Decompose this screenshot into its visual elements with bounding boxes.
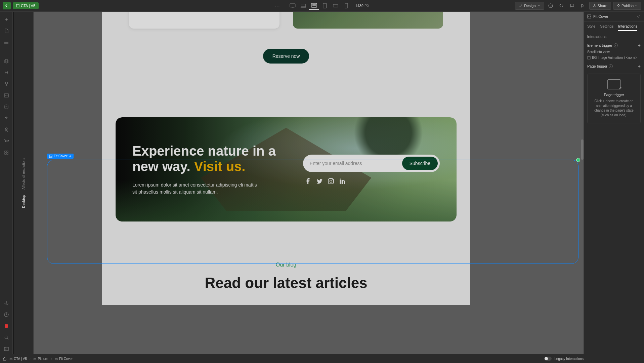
top-bar: CTA | V5 ⋯ 1439 PX Design Share Pu (0, 0, 644, 12)
canvas-scrollbar[interactable] (581, 139, 584, 160)
ecommerce-button[interactable] (1, 136, 11, 146)
cta-heading[interactable]: Experience nature in a new way. Visit us… (132, 143, 283, 174)
selection-tag[interactable]: Fit Cover (47, 154, 74, 159)
svg-rect-16 (7, 151, 8, 152)
email-input[interactable] (305, 157, 402, 169)
svg-rect-32 (588, 56, 590, 59)
linkedin-icon[interactable] (339, 178, 345, 184)
gear-small-icon[interactable] (69, 155, 72, 158)
more-breakpoints-button[interactable]: ⋯ (274, 3, 280, 9)
bottom-bar: ▭CTA | V5 › ▭Picture › ▭Fit Cover Legacy… (0, 354, 644, 363)
add-element-button[interactable] (1, 14, 11, 25)
section-reserve[interactable]: Reserve now (102, 12, 470, 104)
breakpoint-desktop[interactable] (287, 1, 297, 10)
svg-point-8 (594, 4, 595, 6)
animation-entry[interactable]: BG Image Animation / <none> (584, 56, 644, 62)
blog-eyebrow[interactable]: Our blog (116, 262, 457, 268)
scroll-trigger-label[interactable]: Scroll into view (584, 50, 644, 56)
svg-rect-6 (345, 3, 347, 8)
blog-heading[interactable]: Read our latest articles (116, 275, 457, 291)
canvas[interactable]: Reserve now Experience nature in a new w… (34, 12, 584, 354)
page-trigger-row: Page trigger i + (584, 62, 644, 71)
video-button[interactable] (1, 321, 11, 331)
preview-button[interactable] (578, 2, 587, 10)
tab-interactions[interactable]: Interactions (618, 24, 637, 31)
breakpoint-tablet[interactable] (319, 1, 330, 10)
reserve-label: Reserve now (272, 53, 300, 59)
breakpoint-mobile[interactable] (341, 1, 351, 10)
twitter-icon[interactable] (316, 178, 323, 184)
crumb-section[interactable]: ▭CTA | V5 (8, 356, 28, 361)
components-button[interactable] (1, 56, 11, 66)
help-button[interactable] (1, 310, 11, 320)
breakpoint-mobile-landscape[interactable] (330, 1, 340, 10)
right-panel: Fit Cover Style Settings Interactions In… (584, 12, 644, 354)
share-label: Share (598, 4, 607, 8)
viewport-width[interactable]: 1439 PX (355, 4, 369, 8)
subscribe-label: Subscribe (410, 161, 430, 166)
add-element-trigger-button[interactable]: + (638, 43, 641, 48)
hero-image[interactable] (293, 12, 443, 29)
element-trigger-row: Element trigger i + (584, 41, 644, 50)
breakpoint-laptop[interactable] (298, 1, 308, 10)
settings-button[interactable] (1, 298, 11, 308)
svg-point-9 (5, 82, 6, 84)
tab-style[interactable]: Style (587, 24, 595, 31)
cta-body-text[interactable]: Lorem ipsum dolor sit amet consectetur a… (132, 182, 260, 196)
deselect-icon[interactable] (637, 14, 641, 18)
legacy-label: Legacy Interactions (554, 357, 584, 361)
cms-button[interactable] (1, 102, 11, 112)
share-button[interactable]: Share (589, 2, 611, 10)
selection-handle[interactable] (576, 158, 580, 162)
publish-button[interactable]: Publish (613, 2, 641, 10)
cta-heading-accent: Visit us. (194, 159, 246, 174)
section-icon (16, 4, 19, 7)
crumb-fitcover[interactable]: ▭Fit Cover (53, 356, 74, 361)
svg-point-10 (7, 82, 8, 84)
page-body[interactable]: Reserve now Experience nature in a new w… (102, 12, 470, 305)
add-page-trigger-button[interactable]: + (638, 64, 641, 69)
home-icon[interactable] (3, 357, 7, 361)
panel-tabs: Style Settings Interactions (584, 22, 644, 31)
style-manager-button[interactable] (1, 79, 11, 89)
mode-switcher[interactable]: Design (515, 2, 544, 10)
cta-section[interactable]: Experience nature in a new way. Visit us… (116, 117, 457, 221)
code-button[interactable] (557, 2, 566, 10)
hero-card[interactable] (129, 12, 280, 29)
reserve-button[interactable]: Reserve now (263, 49, 309, 64)
svg-point-26 (332, 179, 333, 180)
pages-button[interactable] (1, 26, 11, 36)
search-button[interactable] (1, 332, 11, 342)
apps-button[interactable] (1, 148, 11, 158)
instagram-icon[interactable] (328, 178, 334, 184)
comments-button[interactable] (568, 2, 576, 10)
back-button[interactable] (3, 2, 11, 9)
empty-description: Click + above to create an animation tri… (591, 99, 637, 118)
info-icon[interactable]: i (614, 43, 618, 47)
logic-button[interactable] (1, 125, 11, 135)
info-icon[interactable]: i (609, 64, 613, 68)
legacy-interactions-toggle[interactable]: Legacy Interactions (544, 357, 584, 361)
facebook-icon[interactable] (305, 178, 311, 184)
navigator-button[interactable] (1, 37, 11, 47)
breakpoint-large[interactable] (309, 1, 319, 10)
svg-point-25 (330, 180, 332, 183)
publish-label: Publish (621, 4, 634, 8)
crumb-picture[interactable]: ▭Picture (32, 356, 49, 361)
width-unit: PX (364, 4, 370, 8)
variables-button[interactable] (1, 68, 11, 78)
svg-rect-0 (16, 4, 19, 7)
svg-rect-24 (328, 178, 334, 184)
page-breadcrumb[interactable]: CTA | V5 (13, 2, 39, 9)
subscribe-button[interactable]: Subscribe (402, 157, 438, 170)
breadcrumb-trail: ▭CTA | V5 › ▭Picture › ▭Fit Cover (3, 356, 74, 361)
audit-button[interactable] (546, 2, 555, 10)
audit-panel-button[interactable] (1, 344, 11, 354)
assets-button[interactable] (1, 90, 11, 100)
chevron-down-icon (635, 4, 638, 7)
subscribe-form[interactable]: Subscribe (303, 155, 440, 172)
svg-rect-1 (290, 4, 295, 7)
users-button[interactable] (1, 113, 11, 123)
blog-section[interactable]: Our blog Read our latest articles (102, 235, 470, 305)
tab-settings[interactable]: Settings (600, 24, 613, 31)
